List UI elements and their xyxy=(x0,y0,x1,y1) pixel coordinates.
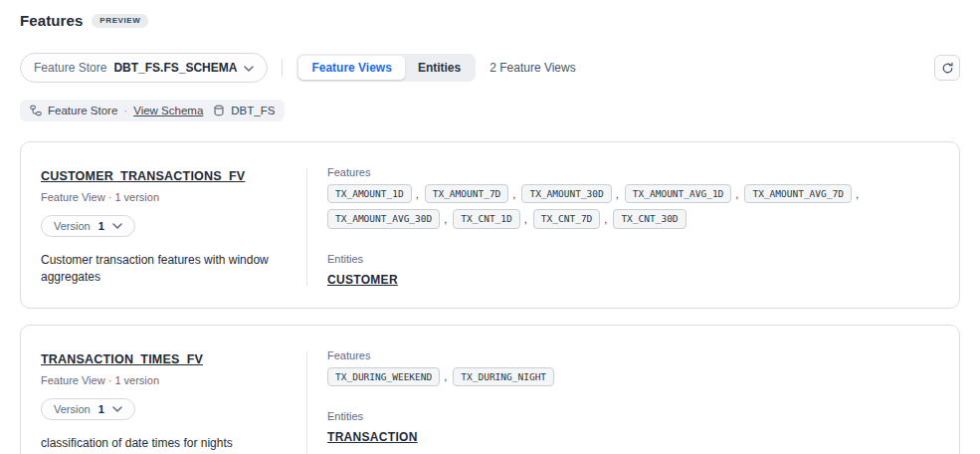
entity-link[interactable]: CUSTOMER xyxy=(327,273,398,287)
card-summary-column: CUSTOMER_TRANSACTIONS_FV Feature View · … xyxy=(41,166,306,288)
entities-list: CUSTOMER xyxy=(327,265,939,288)
chip-separator: , xyxy=(856,188,859,200)
breadcrumb-separator: · xyxy=(123,105,127,116)
features-chip-list: TX_DURING_WEEKEND,TX_DURING_NIGHT xyxy=(327,367,939,386)
tab-feature-views[interactable]: Feature Views xyxy=(298,56,404,80)
card-detail-column: Features TX_DURING_WEEKEND,TX_DURING_NIG… xyxy=(307,349,939,454)
refresh-button[interactable] xyxy=(934,55,960,81)
toolbar: Feature Store DBT_FS.FS_SCHEMA Feature V… xyxy=(20,53,960,83)
breadcrumb-root: Feature Store xyxy=(48,105,117,116)
card-detail-column: Features TX_AMOUNT_1D,TX_AMOUNT_7D,TX_AM… xyxy=(307,166,939,288)
feature-view-subtitle: Feature View · 1 version xyxy=(41,191,306,203)
chip-separator: , xyxy=(604,213,607,225)
breadcrumb-database: DBT_FS xyxy=(231,105,275,116)
view-schema-link[interactable]: View Schema xyxy=(133,105,203,116)
features-page: Features PREVIEW Feature Store DBT_FS.FS… xyxy=(0,0,980,454)
feature-view-link[interactable]: TRANSACTION_TIMES_FV xyxy=(41,352,203,366)
version-dropdown[interactable]: Version 1 xyxy=(41,398,135,420)
feature-chip: TX_AMOUNT_7D xyxy=(425,184,509,203)
entities-label: Entities xyxy=(327,410,939,422)
entity-link[interactable]: TRANSACTION xyxy=(327,430,418,444)
feature-chip: TX_CNT_30D xyxy=(613,209,686,228)
page-title: Features xyxy=(20,12,83,29)
feature-chip: TX_AMOUNT_AVG_7D xyxy=(744,184,852,203)
version-value: 1 xyxy=(98,403,104,415)
chip-separator: , xyxy=(444,370,447,382)
chevron-down-icon xyxy=(112,406,122,412)
feature-views-count: 2 Feature Views xyxy=(490,61,576,75)
version-value: 1 xyxy=(98,220,104,232)
refresh-icon xyxy=(941,62,954,75)
version-dropdown[interactable]: Version 1 xyxy=(41,215,135,237)
view-tabs: Feature Views Entities xyxy=(296,54,476,82)
chip-separator: , xyxy=(616,188,619,200)
breadcrumb: Feature Store · View Schema DBT_FS xyxy=(20,100,285,121)
feature-store-label: Feature Store xyxy=(34,61,106,75)
chip-separator: , xyxy=(444,213,447,225)
version-label: Version xyxy=(54,403,91,415)
chip-separator: , xyxy=(416,188,419,200)
feature-chip: TX_CNT_1D xyxy=(453,209,519,228)
chip-separator: , xyxy=(512,188,515,200)
entities-label: Entities xyxy=(327,253,939,265)
feature-view-list: CUSTOMER_TRANSACTIONS_FV Feature View · … xyxy=(20,141,960,454)
feature-chip: TX_CNT_7D xyxy=(533,209,600,228)
toolbar-divider xyxy=(282,59,283,77)
chevron-down-icon xyxy=(112,223,122,229)
feature-view-description: Customer transaction features with windo… xyxy=(41,252,290,287)
feature-view-subtitle: Feature View · 1 version xyxy=(41,374,306,386)
entities-list: TRANSACTION xyxy=(327,422,939,445)
feature-view-description: classification of date times for nights … xyxy=(41,435,290,454)
database-icon xyxy=(213,105,225,116)
version-label: Version xyxy=(54,220,91,232)
chip-separator: , xyxy=(524,213,527,225)
feature-chip: TX_AMOUNT_1D xyxy=(327,184,412,203)
feature-store-value: DBT_FS.FS_SCHEMA xyxy=(113,61,237,75)
feature-chip: TX_AMOUNT_AVG_1D xyxy=(625,184,732,203)
feature-view-link[interactable]: CUSTOMER_TRANSACTIONS_FV xyxy=(41,169,245,183)
features-label: Features xyxy=(327,349,939,361)
schema-icon xyxy=(30,105,42,116)
feature-view-card: CUSTOMER_TRANSACTIONS_FV Feature View · … xyxy=(20,141,960,309)
chip-separator: , xyxy=(735,188,738,200)
features-label: Features xyxy=(327,166,939,178)
feature-view-card: TRANSACTION_TIMES_FV Feature View · 1 ve… xyxy=(20,325,960,454)
tab-entities[interactable]: Entities xyxy=(405,56,474,80)
feature-chip: TX_AMOUNT_AVG_30D xyxy=(327,209,440,228)
feature-chip: TX_AMOUNT_30D xyxy=(521,184,611,203)
chevron-down-icon xyxy=(244,61,254,75)
feature-chip: TX_DURING_NIGHT xyxy=(453,367,554,386)
feature-store-dropdown[interactable]: Feature Store DBT_FS.FS_SCHEMA xyxy=(20,53,268,83)
features-chip-list: TX_AMOUNT_1D,TX_AMOUNT_7D,TX_AMOUNT_30D,… xyxy=(327,184,939,229)
feature-chip: TX_DURING_WEEKEND xyxy=(327,367,440,386)
preview-badge: PREVIEW xyxy=(92,14,148,28)
page-header: Features PREVIEW xyxy=(20,12,960,29)
card-summary-column: TRANSACTION_TIMES_FV Feature View · 1 ve… xyxy=(41,349,306,454)
